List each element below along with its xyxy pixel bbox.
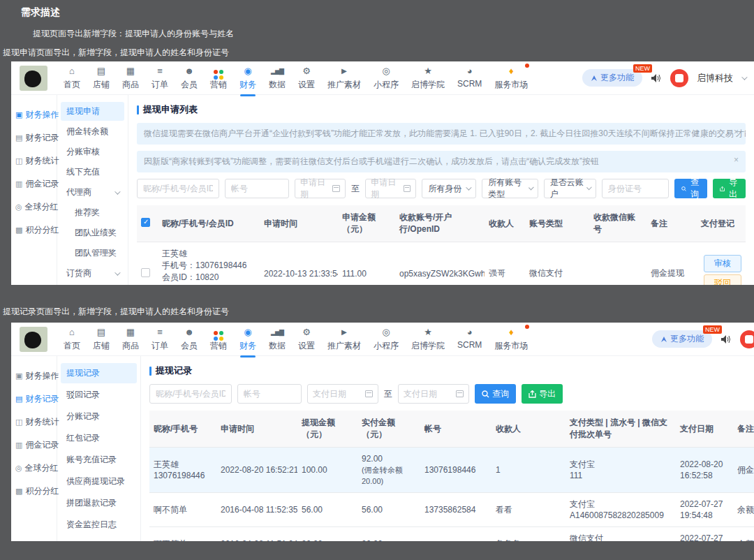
nav-item-home[interactable]: ⌂首页 <box>57 327 87 352</box>
nav-item-data[interactable]: ▂▅▇数据 <box>263 327 292 352</box>
sidebar-item-finance-operation[interactable]: ▣财务操作 <box>11 364 57 388</box>
submenu-item[interactable]: 供应商提现记录 <box>61 471 137 492</box>
chevron-down-icon[interactable] <box>741 74 747 80</box>
submenu-item[interactable]: 驳回记录 <box>61 385 137 405</box>
pay-date-start-input[interactable]: 支付日期 <box>307 384 378 404</box>
sidebar-item-finance-operation[interactable]: ▣财务操作 <box>11 103 57 126</box>
nav-item-miniprogram[interactable]: ◎小程序 <box>367 327 405 352</box>
nav-item-marketing[interactable]: 营销 <box>204 66 233 91</box>
sidebar-item-finance-records[interactable]: ▤财务记录 <box>11 126 57 149</box>
sidebar-item-commission-records[interactable]: ▥佣金记录 <box>11 172 57 196</box>
nav-item-miniprogram[interactable]: ◎小程序 <box>367 66 405 91</box>
member-name: 啊不简单 <box>149 527 216 542</box>
submenu-item[interactable]: 团队管理奖 <box>61 244 124 263</box>
identity-select[interactable]: 所有身份 <box>422 179 476 198</box>
nav-label: 店铺 <box>93 340 110 352</box>
member-name: 王英雄 <box>162 248 256 260</box>
apply-date-end-input[interactable]: 申请日期 <box>365 179 416 198</box>
submenu-item[interactable]: 资金监控日志 <box>61 515 137 535</box>
submenu-item[interactable]: 佣金转余额审核 <box>61 536 137 541</box>
nav-item-members[interactable]: ☻会员 <box>175 66 204 91</box>
keyword-input[interactable] <box>137 179 219 198</box>
pay-date-end-input[interactable]: 支付日期 <box>398 384 469 404</box>
sidebar-item-finance-records[interactable]: ▤财务记录 <box>11 388 57 411</box>
nav-item-settings[interactable]: ⚙设置 <box>292 66 321 91</box>
submenu-item[interactable]: 拼团退款记录 <box>61 493 137 513</box>
submenu-item[interactable]: 账号充值记录 <box>61 450 137 470</box>
id-number-input[interactable] <box>602 179 669 198</box>
search-button[interactable]: 查询 <box>475 384 516 404</box>
nav-item-scrm[interactable]: ◕SCRM <box>451 327 488 350</box>
nav-item-finance[interactable]: ◉财务 <box>233 66 263 91</box>
account-input[interactable] <box>237 384 302 404</box>
nav-item-shop[interactable]: ▤店铺 <box>87 327 116 352</box>
nav-item-market[interactable]: ♦服务市场 <box>488 66 534 91</box>
sidebar-item-finance-stats[interactable]: ◫财务统计 <box>11 149 57 172</box>
nav-item-academy[interactable]: ★启博学院 <box>405 327 451 352</box>
submenu-group-supplier[interactable]: 订货商 <box>61 264 124 283</box>
nav-item-market[interactable]: ♦服务市场 <box>488 327 534 352</box>
export-button[interactable]: 导出 <box>522 384 563 404</box>
nav-item-home[interactable]: ⌂首页 <box>57 66 87 91</box>
export-button[interactable]: 导出 <box>713 179 746 198</box>
announcement-icon[interactable] <box>720 334 732 344</box>
row-checkbox[interactable] <box>141 268 150 277</box>
doc-icon: ▣ <box>15 371 22 381</box>
apply-date-start-input[interactable]: 申请日期 <box>295 179 346 198</box>
nav-item-promotion[interactable]: ►推广素材 <box>321 66 367 91</box>
pay-serial: 111 <box>570 470 672 481</box>
submenu-item[interactable]: 线下充值 <box>61 163 124 182</box>
more-features-button[interactable]: 更多功能 NEW <box>582 69 642 87</box>
nav-item-marketing[interactable]: 营销 <box>204 327 233 352</box>
nav-item-shop[interactable]: ▤店铺 <box>87 66 116 91</box>
select-all-checkbox[interactable] <box>141 218 150 227</box>
nav-item-promotion[interactable]: ►推广素材 <box>321 327 367 352</box>
submenu-item-withdraw-apply[interactable]: 提现申请 <box>61 102 124 121</box>
to-label: 至 <box>351 183 360 195</box>
sidebar-item-global-dividend[interactable]: ◎全球分红 <box>11 457 57 480</box>
sidebar-item-points-dividend[interactable]: ▩积分分红 <box>11 219 57 242</box>
export-icon <box>720 185 725 193</box>
nav-item-scrm[interactable]: ◕SCRM <box>451 66 488 89</box>
nav-item-academy[interactable]: ★启博学院 <box>405 66 451 91</box>
sidebar-item-global-dividend[interactable]: ◎全球分红 <box>11 196 57 219</box>
announcement-icon[interactable] <box>651 73 662 83</box>
sidebar-item-finance-stats[interactable]: ◫财务统计 <box>11 411 57 434</box>
audit-button[interactable]: 审核 <box>704 255 741 272</box>
company-name[interactable]: 启博科技 <box>697 72 733 84</box>
sidebar-item-commission-records[interactable]: ▥佣金记录 <box>11 434 57 457</box>
account-input[interactable] <box>225 179 289 198</box>
nav-item-finance[interactable]: ◉财务 <box>233 327 263 352</box>
column-header: 申请金额（元） <box>338 205 395 242</box>
cloud-account-select[interactable]: 是否云账户 <box>544 179 596 198</box>
avatar[interactable] <box>740 330 754 348</box>
column-header: 备注 <box>733 411 754 448</box>
reject-button[interactable]: 驳回 <box>704 274 741 285</box>
close-icon[interactable] <box>734 127 739 137</box>
submenu-item[interactable]: 分账记录 <box>61 406 137 427</box>
submenu-group-agent[interactable]: 代理商 <box>61 183 124 202</box>
wechat-account <box>589 242 646 286</box>
submenu-item[interactable]: 分账审核 <box>61 142 124 161</box>
nav-item-goods[interactable]: ▦商品 <box>116 66 145 91</box>
close-icon[interactable] <box>734 155 739 165</box>
more-features-button[interactable]: 更多功能 NEW <box>652 330 712 348</box>
sidebar-item-points-dividend[interactable]: ▩积分分红 <box>11 480 57 503</box>
avatar[interactable] <box>670 69 688 87</box>
nav-item-settings[interactable]: ⚙设置 <box>292 327 321 352</box>
submenu-item[interactable]: 团队业绩奖 <box>61 223 124 242</box>
submenu-item[interactable]: 推荐奖 <box>61 284 124 285</box>
nav-item-members[interactable]: ☻会员 <box>175 327 204 352</box>
submenu-item[interactable]: 红包记录 <box>61 428 137 448</box>
submenu-item[interactable]: 佣金转余额 <box>61 122 124 141</box>
nav-item-orders[interactable]: ≡订单 <box>145 327 175 352</box>
nav-item-goods[interactable]: ▦商品 <box>116 327 145 352</box>
keyword-input[interactable] <box>149 384 232 404</box>
chevron-down-icon <box>114 189 120 194</box>
submenu-item[interactable]: 推荐奖 <box>61 203 124 222</box>
account-type-select[interactable]: 所有账号类型 <box>482 179 538 198</box>
submenu-item-withdraw-records[interactable]: 提现记录 <box>61 363 137 383</box>
nav-item-orders[interactable]: ≡订单 <box>145 66 175 91</box>
search-button[interactable]: 查询 <box>674 179 707 198</box>
nav-item-data[interactable]: ▂▅▇数据 <box>263 66 292 91</box>
